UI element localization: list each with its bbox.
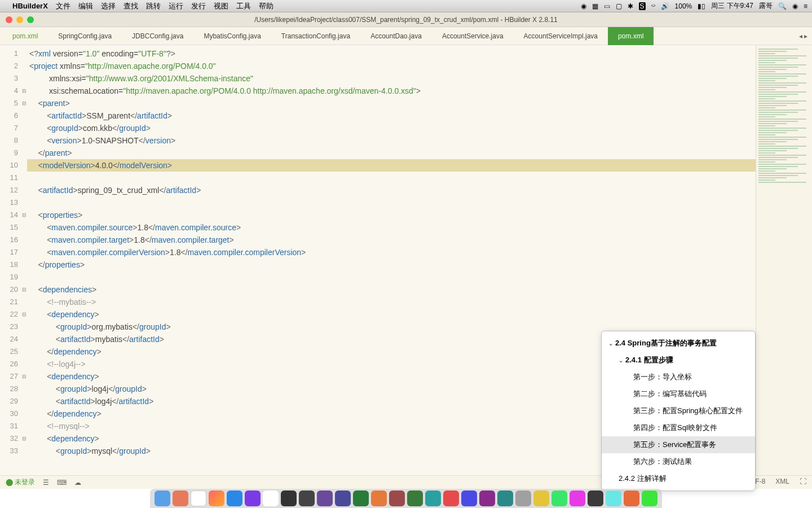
outline-step-1[interactable]: 第一步：导入坐标 xyxy=(602,369,755,386)
s-icon[interactable]: S xyxy=(639,2,646,10)
volume-icon[interactable]: 🔊 xyxy=(661,2,669,10)
outline-h2[interactable]: ⌄2.4.1 配置步骤 xyxy=(602,352,755,369)
menu-tools[interactable]: 工具 xyxy=(236,1,251,11)
dock-app-icon[interactable] xyxy=(407,491,423,506)
fold-gutter[interactable]: ⊟⊟⊟⊟⊟⊟⊟ xyxy=(21,45,27,475)
language-mode[interactable]: XML xyxy=(775,478,789,487)
tab-jdbcconfig[interactable]: JDBCConfig.java xyxy=(122,27,193,45)
battery-icon: ▮▯ xyxy=(698,2,705,10)
tab-nav[interactable]: ◂ ▸ xyxy=(795,32,812,40)
wechat-icon[interactable]: ◉ xyxy=(581,2,586,10)
dock-app-icon[interactable] xyxy=(245,491,261,506)
dock-app-icon[interactable] xyxy=(209,491,224,506)
outline-step-3[interactable]: 第三步：配置Spring核心配置文件 xyxy=(602,402,755,419)
dock-app-icon[interactable] xyxy=(642,491,657,506)
menu-goto[interactable]: 跳转 xyxy=(146,1,161,11)
titlebar: /Users/likepei/IdeaProject/class007/SSM_… xyxy=(0,12,812,27)
tab-pomxml-1[interactable]: pom.xml xyxy=(2,27,48,45)
dock-chrome-icon[interactable] xyxy=(263,491,279,506)
tab-springconfig[interactable]: SpringConfig.java xyxy=(48,27,122,45)
dock-app-icon[interactable] xyxy=(570,491,585,506)
dock-app-icon[interactable] xyxy=(497,491,513,506)
chevron-down-icon: ⌄ xyxy=(619,357,623,364)
outline-step-4[interactable]: 第四步：配置Sql映射文件 xyxy=(602,419,755,436)
dock-app-icon[interactable] xyxy=(335,491,351,506)
wifi-icon[interactable]: ⌔ xyxy=(651,2,655,10)
window-title: /Users/likepei/IdeaProject/class007/SSM_… xyxy=(254,16,558,24)
menu-publish[interactable]: 发行 xyxy=(191,1,206,11)
dock-app-icon[interactable] xyxy=(515,491,531,506)
tab-accountserviceimpl[interactable]: AccountServiceImpl.java xyxy=(514,27,608,45)
siri-icon[interactable]: ◉ xyxy=(792,2,798,10)
outline-h3[interactable]: 2.4.2 注解详解 xyxy=(602,470,755,487)
search-icon[interactable]: 🔍 xyxy=(778,2,787,10)
dock-calendar-icon[interactable] xyxy=(191,491,206,506)
dock-app-icon[interactable] xyxy=(389,491,405,506)
menu-run[interactable]: 运行 xyxy=(169,1,183,11)
outline-step-2[interactable]: 第二步：编写基础代码 xyxy=(602,386,755,402)
tab-accountdao[interactable]: AccountDao.java xyxy=(360,27,432,45)
dock-appstore-icon[interactable] xyxy=(227,491,242,506)
dock-terminal-icon[interactable] xyxy=(281,491,297,506)
dock-app-icon[interactable] xyxy=(173,491,188,506)
dock-app-icon[interactable] xyxy=(551,491,567,506)
list-icon[interactable]: ☰ xyxy=(43,479,49,487)
dock-app-icon[interactable] xyxy=(479,491,495,506)
menu-file[interactable]: 文件 xyxy=(56,1,70,11)
dock-app-icon[interactable] xyxy=(317,491,333,506)
close-button[interactable] xyxy=(6,16,12,23)
dock-app-icon[interactable] xyxy=(461,491,477,506)
cloud-icon[interactable]: ☁ xyxy=(74,479,81,487)
user-name[interactable]: 露哥 xyxy=(759,1,773,11)
cast-icon[interactable]: ▢ xyxy=(616,2,622,10)
dock-app-icon[interactable] xyxy=(606,491,621,506)
dock-app-icon[interactable] xyxy=(588,491,603,506)
outline-popup[interactable]: ⌄2.4 Spring基于注解的事务配置 ⌄2.4.1 配置步骤 第一步：导入坐… xyxy=(601,331,756,491)
clock[interactable]: 周三 下午9:47 xyxy=(711,1,753,11)
dock-obs-icon[interactable] xyxy=(299,491,315,506)
dock-app-icon[interactable] xyxy=(624,491,639,506)
dock-app-icon[interactable] xyxy=(443,491,459,506)
macos-dock[interactable] xyxy=(150,489,662,508)
terminal-icon[interactable]: ⌨ xyxy=(57,479,67,487)
tab-pomxml-2[interactable]: pom.xml xyxy=(608,27,654,45)
outline-step-6[interactable]: 第六步：测试结果 xyxy=(602,453,755,470)
outline-h1[interactable]: ⌄2.4 Spring基于注解的事务配置 xyxy=(602,335,755,352)
tab-bar: pom.xml SpringConfig.java JDBCConfig.jav… xyxy=(0,27,812,45)
minimap[interactable] xyxy=(756,45,812,475)
menu-help[interactable]: 帮助 xyxy=(259,1,273,11)
login-status[interactable]: ⬤ 未登录 xyxy=(6,478,35,487)
line-gutter: 1234567891011121314151617181920212223242… xyxy=(0,45,21,475)
menu-select[interactable]: 选择 xyxy=(101,1,116,11)
menu-find[interactable]: 查找 xyxy=(123,1,138,11)
dock-finder-icon[interactable] xyxy=(155,491,170,506)
minimize-button[interactable] xyxy=(16,16,23,23)
battery-pct: 100% xyxy=(675,2,692,10)
expand-icon[interactable]: ⛶ xyxy=(800,478,806,487)
chevron-down-icon: ⌄ xyxy=(608,340,613,347)
dock-app-icon[interactable] xyxy=(353,491,369,506)
macos-menubar: HBuilderX 文件 编辑 选择 查找 跳转 运行 发行 视图 工具 帮助 … xyxy=(0,0,812,12)
menu-icon[interactable]: ≡ xyxy=(804,2,807,10)
dock-app-icon[interactable] xyxy=(533,491,549,506)
outline-step-5[interactable]: 第五步：Service配置事务 xyxy=(602,436,755,453)
menu-view[interactable]: 视图 xyxy=(214,1,228,11)
maximize-button[interactable] xyxy=(27,16,34,23)
tab-accountservice[interactable]: AccountService.java xyxy=(432,27,514,45)
dock-app-icon[interactable] xyxy=(371,491,387,506)
grid-icon[interactable]: ▦ xyxy=(592,2,598,10)
dock-app-icon[interactable] xyxy=(425,491,441,506)
menu-edit[interactable]: 编辑 xyxy=(78,1,93,11)
tab-transactionconfig[interactable]: TransactionConfig.java xyxy=(271,27,360,45)
tab-mybatisconfig[interactable]: MybatisConfig.java xyxy=(193,27,271,45)
display-icon[interactable]: ▭ xyxy=(604,2,610,10)
bluetooth-icon[interactable]: ✱ xyxy=(628,2,633,10)
app-name[interactable]: HBuilderX xyxy=(12,2,48,10)
